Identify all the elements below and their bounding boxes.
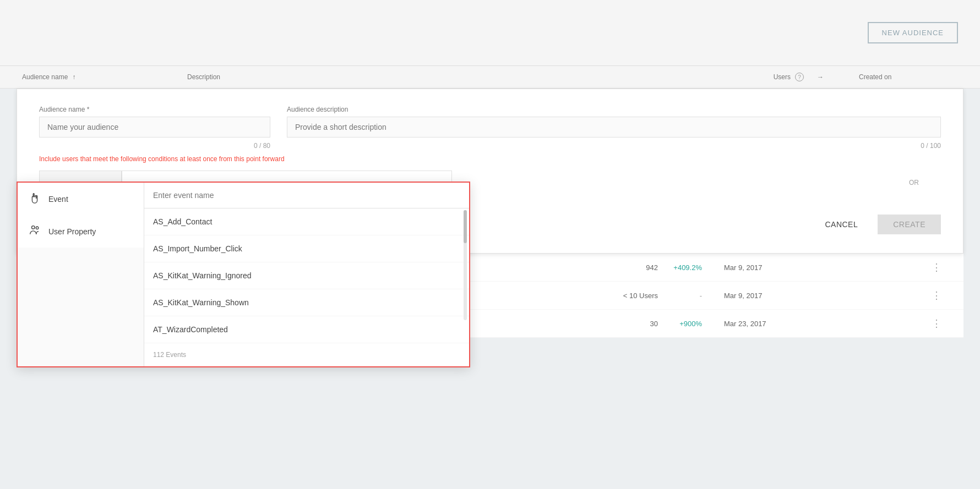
row2-users: < 10 Users	[592, 292, 658, 300]
row1-change: +409.2%	[658, 263, 702, 272]
event-dropdown: Event User Property AS_Ad	[17, 182, 470, 367]
table-header: Audience name ↑ Description Users ? → Cr…	[0, 66, 980, 89]
event-item-1[interactable]: AS_Import_Number_Click	[144, 235, 469, 262]
create-button[interactable]: CREATE	[878, 215, 941, 234]
name-label: Audience name *	[39, 106, 270, 113]
name-char-count: 0 / 80	[39, 142, 270, 150]
dropdown-left-panel: Event User Property	[18, 183, 144, 366]
dropdown-event-item[interactable]: Event	[18, 183, 144, 215]
event-item-2[interactable]: AS_KitKat_Warning_Ignored	[144, 262, 469, 289]
event-search-input[interactable]	[153, 191, 460, 200]
row3-three-dots-icon[interactable]: ⋮	[932, 317, 941, 329]
row1-actions[interactable]: ⋮	[925, 261, 941, 273]
row2-three-dots-icon[interactable]: ⋮	[932, 289, 941, 301]
event-search-area[interactable]	[144, 183, 469, 208]
col-header-description: Description	[187, 73, 462, 81]
audience-name-input[interactable]	[39, 117, 270, 138]
svg-point-0	[32, 226, 35, 229]
row3-created: Mar 23, 2017	[724, 320, 812, 328]
row3-change: +900%	[658, 320, 702, 328]
events-count: 112 Events	[144, 343, 469, 366]
row1-created: Mar 9, 2017	[724, 263, 812, 272]
event-item-4[interactable]: AT_WizardCompleted	[144, 316, 469, 343]
row1-three-dots-icon[interactable]: ⋮	[932, 261, 941, 273]
col-header-arrow: →	[804, 73, 837, 81]
col-header-created: Created on	[859, 73, 958, 81]
event-item-0[interactable]: AS_Add_Contact	[144, 208, 469, 235]
scrollbar-track	[464, 210, 467, 320]
event-label: Event	[48, 195, 68, 204]
form-row-fields: Audience name * Audience description	[39, 106, 941, 138]
user-property-label: User Property	[48, 227, 96, 236]
row3-users: 30	[592, 320, 658, 328]
event-list: AS_Add_Contact AS_Import_Number_Click AS…	[144, 208, 469, 343]
page-container: NEW AUDIENCE Audience name ↑ Description…	[0, 0, 980, 489]
or-label: OR	[909, 179, 919, 186]
svg-point-1	[36, 227, 39, 229]
row3-actions[interactable]: ⋮	[925, 317, 941, 329]
dropdown-user-property-item[interactable]: User Property	[18, 215, 144, 248]
row1-users: 942	[592, 263, 658, 272]
col-header-name: Audience name ↑	[22, 73, 187, 81]
event-item-3[interactable]: AS_KitKat_Warning_Shown	[144, 289, 469, 316]
audience-desc-input[interactable]	[287, 117, 941, 138]
col-header-users: Users ?	[694, 73, 804, 81]
new-audience-button[interactable]: NEW AUDIENCE	[868, 22, 958, 43]
dropdown-right-panel: AS_Add_Contact AS_Import_Number_Click AS…	[144, 183, 469, 366]
cancel-button[interactable]: CANCEL	[814, 215, 869, 234]
event-icon	[29, 191, 41, 206]
user-property-icon	[29, 224, 41, 239]
name-form-group: Audience name *	[39, 106, 270, 138]
top-bar: NEW AUDIENCE	[0, 0, 980, 66]
row2-actions[interactable]: ⋮	[925, 289, 941, 301]
desc-form-group: Audience description	[287, 106, 941, 138]
scrollbar-thumb[interactable]	[464, 210, 467, 243]
row2-change: -	[658, 292, 702, 300]
sort-up-icon: ↑	[72, 73, 75, 81]
row2-created: Mar 9, 2017	[724, 292, 812, 300]
desc-label: Audience description	[287, 106, 941, 113]
desc-char-count: 0 / 100	[270, 142, 941, 150]
users-help-icon[interactable]: ?	[795, 73, 804, 81]
include-text: Include users that meet the following co…	[39, 155, 941, 163]
